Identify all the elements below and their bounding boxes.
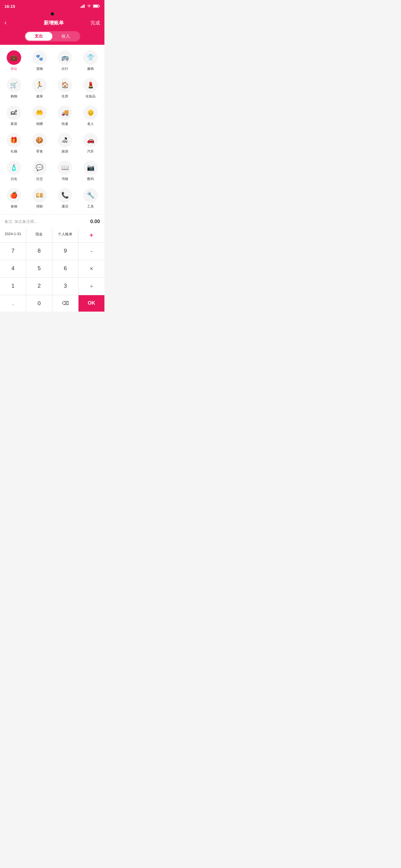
category-icon-book: 📖 <box>58 160 72 175</box>
category-item-office[interactable]: 💼 办公 <box>2 48 26 73</box>
tab-income[interactable]: 收入 <box>52 32 79 41</box>
category-label-social: 社交 <box>36 177 43 181</box>
calc-btn-num-5[interactable]: 5 <box>26 260 52 277</box>
category-item-donation[interactable]: 🤲 捐赠 <box>28 103 51 128</box>
book-selector[interactable]: 个人账单 <box>52 228 79 242</box>
calc-btn-num-4[interactable]: 4 <box>0 260 26 277</box>
category-label-elderly: 老人 <box>87 122 94 126</box>
calc-btn-num-12[interactable]: . <box>0 295 26 312</box>
category-item-car[interactable]: 🚗 汽车 <box>79 131 102 156</box>
category-icon-food: 🍎 <box>7 188 21 203</box>
category-item-tourism[interactable]: 🏖 旅游 <box>54 131 77 156</box>
date-selector[interactable]: 2024-1-31 <box>0 228 26 242</box>
category-item-travel[interactable]: 🚌 出行 <box>54 48 77 73</box>
category-item-digital[interactable]: 📷 数码 <box>79 158 102 184</box>
category-label-finance: 理财 <box>36 204 43 209</box>
category-item-social[interactable]: 💬 社交 <box>28 158 51 184</box>
remark-placeholder[interactable]: 备注: 加点备注呗... <box>4 219 37 224</box>
category-icon-clothing: 👕 <box>83 50 98 65</box>
category-item-phone[interactable]: 📞 通话 <box>54 186 77 211</box>
category-item-food[interactable]: 🍎 食物 <box>2 186 26 211</box>
category-item-finance[interactable]: 💴 理财 <box>28 186 51 211</box>
category-icon-housing: 🏠 <box>58 78 72 92</box>
category-label-car: 汽车 <box>87 149 94 154</box>
status-icons <box>81 4 100 8</box>
category-item-cosmetics[interactable]: 💄 化妆品 <box>79 76 102 101</box>
category-label-cosmetics: 化妆品 <box>85 94 95 99</box>
account-selector[interactable]: 现金 <box>26 228 52 242</box>
category-label-gift: 礼物 <box>10 149 17 154</box>
category-label-donation: 捐赠 <box>36 122 43 126</box>
category-item-housing[interactable]: 🏠 住房 <box>54 76 77 101</box>
category-icon-phone: 📞 <box>58 188 72 203</box>
category-icon-cosmetics: 💄 <box>83 78 98 92</box>
calc-btn-backspace[interactable]: ⌫ <box>52 295 78 312</box>
calc-btn-num-9[interactable]: 2 <box>26 278 52 295</box>
category-icon-finance: 💴 <box>32 188 47 203</box>
category-icon-elderly: 👴 <box>83 105 98 120</box>
category-item-clothing[interactable]: 👕 服饰 <box>79 48 102 73</box>
calc-btn-num-13[interactable]: 0 <box>26 295 52 312</box>
category-item-tools[interactable]: 🔧 工具 <box>79 186 102 211</box>
svg-rect-0 <box>81 7 81 8</box>
svg-rect-3 <box>84 4 85 8</box>
category-label-housing: 住房 <box>61 94 68 99</box>
category-label-pet: 宠物 <box>36 66 43 71</box>
calc-btn-num-7[interactable]: × <box>79 260 105 277</box>
category-item-gift[interactable]: 🎁 礼物 <box>2 131 26 156</box>
wifi-icon <box>87 4 91 8</box>
category-item-elderly[interactable]: 👴 老人 <box>79 103 102 128</box>
calc-btn-num-11[interactable]: ÷ <box>79 278 105 295</box>
calc-btn-num-3[interactable]: - <box>79 243 105 260</box>
category-label-book: 书籍 <box>61 177 68 181</box>
status-bar: 16:15 <box>0 0 105 12</box>
category-item-express[interactable]: 🚚 快递 <box>54 103 77 128</box>
calc-btn-ok[interactable]: OK <box>79 295 105 312</box>
add-button[interactable]: + <box>78 228 105 242</box>
category-label-express: 快递 <box>61 122 68 126</box>
calc-btn-num-8[interactable]: 1 <box>0 278 26 295</box>
category-item-shopping[interactable]: 🛒 购物 <box>2 76 26 101</box>
svg-rect-2 <box>83 5 84 8</box>
category-icon-daily: 🧴 <box>7 160 21 175</box>
calc-btn-num-0[interactable]: 7 <box>0 243 26 260</box>
signal-icon <box>81 4 85 8</box>
tab-expense[interactable]: 支出 <box>25 32 52 41</box>
category-item-furniture[interactable]: 🛋 家居 <box>2 103 26 128</box>
status-time: 16:15 <box>4 4 15 9</box>
category-icon-snack: 🍪 <box>32 133 47 148</box>
category-item-pet[interactable]: 🐾 宠物 <box>28 48 51 73</box>
category-icon-donation: 🤲 <box>32 105 47 120</box>
category-icon-car: 🚗 <box>83 133 98 148</box>
calc-btn-num-1[interactable]: 8 <box>26 243 52 260</box>
category-label-furniture: 家居 <box>10 122 17 126</box>
calc-grid: 789-456×123÷.0⌫OK <box>0 243 105 312</box>
category-icon-express: 🚚 <box>58 105 72 120</box>
category-icon-tourism: 🏖 <box>58 133 72 148</box>
category-item-snack[interactable]: 🍪 零食 <box>28 131 51 156</box>
category-label-snack: 零食 <box>36 149 43 154</box>
done-button[interactable]: 完成 <box>90 20 100 26</box>
calc-btn-num-6[interactable]: 6 <box>52 260 78 277</box>
category-label-food: 食物 <box>10 204 17 209</box>
category-icon-office: 💼 <box>7 50 21 65</box>
calc-btn-num-10[interactable]: 3 <box>52 278 78 295</box>
svg-rect-6 <box>99 6 100 7</box>
category-item-daily[interactable]: 🧴 日化 <box>2 158 26 184</box>
back-button[interactable]: ‹ <box>4 19 17 26</box>
remark-bar: 备注: 加点备注呗... 0.00 <box>0 215 105 228</box>
svg-rect-5 <box>93 5 98 7</box>
category-label-digital: 数码 <box>87 177 94 181</box>
nav-bar: ‹ 新增账单 完成 <box>0 17 105 29</box>
category-icon-fitness: 🏃 <box>32 78 47 92</box>
calc-btn-num-2[interactable]: 9 <box>52 243 78 260</box>
category-icon-tools: 🔧 <box>83 188 98 203</box>
category-item-fitness[interactable]: 🏃 健身 <box>28 76 51 101</box>
category-label-travel: 出行 <box>61 66 68 71</box>
category-label-phone: 通话 <box>61 204 68 209</box>
calculator: 2024-1-31 现金 个人账单 + 789-456×123÷.0⌫OK <box>0 228 105 312</box>
category-icon-shopping: 🛒 <box>7 78 21 92</box>
page-title: 新增账单 <box>44 20 64 26</box>
category-item-book[interactable]: 📖 书籍 <box>54 158 77 184</box>
amount-display: 0.00 <box>90 219 100 224</box>
